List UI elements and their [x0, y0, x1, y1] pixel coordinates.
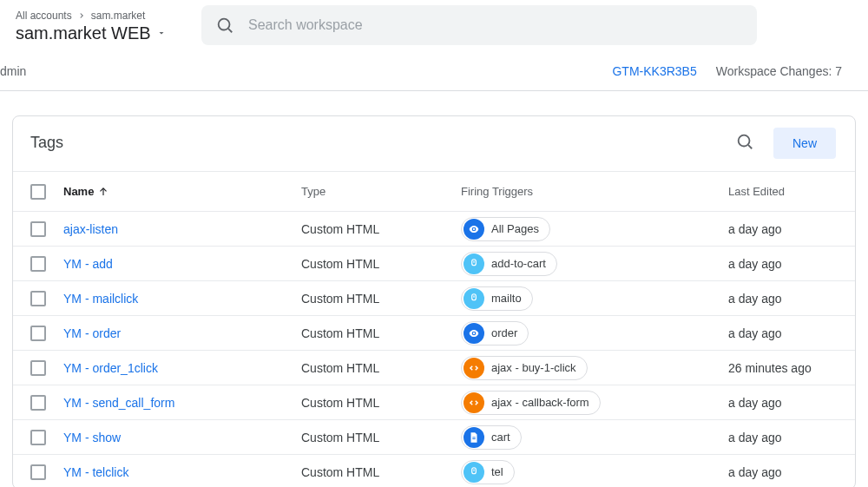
tag-name-link[interactable]: YM - show — [63, 431, 121, 444]
breadcrumb-account[interactable]: sam.market — [91, 10, 146, 22]
tag-last-edited: a day ago — [728, 431, 838, 444]
tag-name-link[interactable]: YM - order_1click — [63, 361, 158, 375]
workspace-selector[interactable]: sam.market WEB — [16, 23, 181, 43]
eye-icon-wrapper — [464, 219, 484, 240]
tag-trigger-cell: order — [461, 321, 728, 346]
svg-line-3 — [748, 145, 752, 148]
panel-search-button[interactable] — [730, 127, 760, 159]
breadcrumb-root[interactable]: All accounts — [16, 10, 72, 22]
code-icon — [468, 362, 480, 374]
trigger-chip[interactable]: All Pages — [461, 217, 550, 241]
trigger-label: All Pages — [491, 222, 539, 235]
column-header-triggers[interactable]: Firing Triggers — [461, 185, 728, 198]
tag-last-edited: a day ago — [728, 396, 838, 410]
trigger-chip[interactable]: add-to-cart — [461, 252, 557, 276]
column-header-type[interactable]: Type — [301, 185, 461, 198]
trigger-chip[interactable]: mailto — [461, 286, 533, 311]
tag-trigger-cell: ajax - callback-form — [461, 391, 728, 415]
tag-trigger-cell: tel — [461, 460, 728, 484]
sub-bar-right: GTM-KK3R3B5 Workspace Changes: 7 — [612, 64, 842, 78]
eye-icon — [468, 327, 480, 339]
tag-name-link[interactable]: ajax-listen — [63, 222, 118, 236]
document-icon — [468, 431, 480, 444]
row-checkbox[interactable] — [30, 430, 46, 445]
breadcrumb-area: All accounts sam.market sam.market WEB — [16, 8, 181, 43]
trigger-label: ajax - callback-form — [491, 396, 589, 409]
tag-trigger-cell: All Pages — [461, 217, 728, 241]
table-row[interactable]: YM - mailclick Custom HTML mailto a day … — [13, 280, 855, 315]
container-id-link[interactable]: GTM-KK3R3B5 — [612, 64, 696, 78]
search-icon — [735, 132, 754, 151]
tags-panel: Tags New Name Type Firing Triggers Last … — [12, 115, 856, 487]
tag-trigger-cell: mailto — [461, 286, 728, 311]
table-row[interactable]: YM - order Custom HTML order a day ago — [13, 315, 855, 350]
workspace-name: sam.market WEB — [16, 23, 151, 43]
trigger-label: tel — [491, 465, 503, 478]
doc-icon-wrapper — [464, 427, 484, 448]
eye-icon-wrapper — [464, 323, 484, 344]
trigger-label: mailto — [491, 292, 522, 305]
trigger-chip[interactable]: ajax - buy-1-click — [461, 356, 588, 380]
tag-name-link[interactable]: YM - add — [63, 257, 113, 271]
tag-name-link[interactable]: YM - telclick — [63, 465, 128, 479]
tag-trigger-cell: ajax - buy-1-click — [461, 356, 728, 380]
sub-bar: dmin GTM-KK3R3B5 Workspace Changes: 7 — [0, 56, 868, 91]
code-icon-wrapper — [464, 392, 484, 413]
table-row[interactable]: YM - telclick Custom HTML tel a day ago — [13, 454, 855, 487]
table-body: ajax-listen Custom HTML All Pages a day … — [13, 211, 855, 487]
row-checkbox[interactable] — [30, 395, 46, 411]
new-button[interactable]: New — [773, 128, 836, 159]
trigger-chip[interactable]: ajax - callback-form — [461, 391, 601, 415]
table-row[interactable]: YM - show Custom HTML cart a day ago — [13, 419, 855, 454]
trigger-chip[interactable]: cart — [461, 425, 522, 450]
tag-type: Custom HTML — [301, 257, 461, 271]
tag-name-link[interactable]: YM - order — [63, 326, 121, 340]
table-row[interactable]: ajax-listen Custom HTML All Pages a day … — [13, 211, 855, 246]
trigger-label: order — [491, 326, 517, 339]
svg-point-2 — [739, 135, 750, 147]
table-row[interactable]: YM - order_1click Custom HTML ajax - buy… — [13, 350, 855, 385]
column-header-name[interactable]: Name — [63, 185, 301, 198]
table-header-row: Name Type Firing Triggers Last Edited — [13, 171, 855, 211]
column-header-edited[interactable]: Last Edited — [728, 185, 838, 198]
row-checkbox[interactable] — [30, 291, 46, 306]
tag-type: Custom HTML — [301, 396, 461, 410]
trigger-chip[interactable]: tel — [461, 460, 515, 484]
table-row[interactable]: YM - add Custom HTML add-to-cart a day a… — [13, 246, 855, 280]
tag-type: Custom HTML — [301, 361, 461, 375]
trigger-label: add-to-cart — [491, 257, 546, 270]
trigger-label: ajax - buy-1-click — [491, 361, 576, 374]
tag-type: Custom HTML — [301, 222, 461, 236]
row-checkbox[interactable] — [30, 256, 46, 272]
tag-type: Custom HTML — [301, 326, 461, 340]
row-checkbox[interactable] — [30, 360, 46, 376]
tag-type: Custom HTML — [301, 465, 461, 479]
search-box[interactable] — [201, 5, 757, 45]
tag-name-link[interactable]: YM - send_call_form — [63, 396, 174, 410]
row-checkbox[interactable] — [30, 326, 46, 341]
tag-trigger-cell: add-to-cart — [461, 252, 728, 276]
eye-icon — [468, 223, 480, 235]
click-icon — [468, 293, 480, 305]
svg-point-0 — [219, 19, 230, 30]
click-icon-wrapper — [464, 462, 484, 483]
tag-type: Custom HTML — [301, 431, 461, 444]
tag-last-edited: a day ago — [728, 222, 838, 236]
table-row[interactable]: YM - send_call_form Custom HTML ajax - c… — [13, 385, 855, 419]
row-checkbox[interactable] — [30, 464, 46, 480]
panel-header: Tags New — [13, 116, 855, 171]
tag-last-edited: 26 minutes ago — [728, 361, 838, 375]
workspace-changes-label: Workspace Changes: 7 — [716, 64, 842, 78]
trigger-chip[interactable]: order — [461, 321, 529, 346]
select-all-checkbox[interactable] — [30, 184, 46, 200]
tag-last-edited: a day ago — [728, 292, 838, 306]
svg-point-10 — [473, 332, 475, 333]
svg-rect-12 — [472, 438, 476, 439]
row-checkbox[interactable] — [30, 221, 46, 237]
tag-last-edited: a day ago — [728, 257, 838, 271]
click-icon-wrapper — [464, 288, 484, 309]
tag-name-link[interactable]: YM - mailclick — [63, 292, 138, 306]
trigger-label: cart — [491, 431, 510, 444]
search-input[interactable] — [248, 17, 743, 33]
col-name-label: Name — [63, 185, 94, 198]
